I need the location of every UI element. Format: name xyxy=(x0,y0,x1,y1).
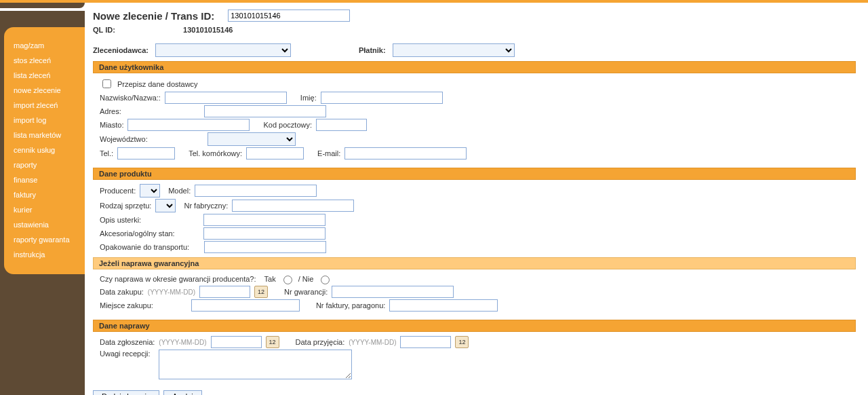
surname-label: Nazwisko/Nazwa:: xyxy=(100,94,161,102)
section-header-warranty: Jeżeli naprawa gwarancyjna xyxy=(93,257,856,269)
qlid-label: QL ID: xyxy=(93,26,181,34)
sidebar-item-stos-zlecen[interactable]: stos zleceń xyxy=(4,53,85,68)
warranty-no-input[interactable] xyxy=(332,286,454,298)
city-input[interactable] xyxy=(127,119,250,131)
hw-type-label: Rodzaj sprzętu: xyxy=(100,202,151,210)
fault-input[interactable] xyxy=(203,214,326,226)
sidebar-item-cennik-uslug[interactable]: cennik usług xyxy=(4,143,85,157)
sidebar-item-faktury[interactable]: faktury xyxy=(4,187,85,202)
warranty-form-area: Czy naprawa w okresie gwarancji producen… xyxy=(93,269,856,316)
title-row: Nowe zlecenie / Trans ID: xyxy=(93,10,856,22)
sidebar-item-import-log[interactable]: import log xyxy=(4,113,85,128)
report-date-label: Data zgłoszenia: xyxy=(100,338,155,346)
sidebar-item-lista-zlecen[interactable]: lista zleceń xyxy=(4,68,85,83)
sidebar-panel: mag/zam stos zleceń lista zleceń nowe zl… xyxy=(4,27,85,274)
tel-label: Tel.: xyxy=(100,149,113,157)
sidebar: mag/zam stos zleceń lista zleceń nowe zl… xyxy=(0,3,85,395)
mobile-input[interactable] xyxy=(246,147,304,159)
purchase-date-label: Data zakupu: xyxy=(100,288,144,296)
calendar-icon[interactable]: 12 xyxy=(455,336,469,348)
mobile-label: Tel. komórkowy: xyxy=(189,149,242,157)
warranty-yes-label: Tak xyxy=(264,275,276,283)
email-input[interactable] xyxy=(344,147,467,159)
warranty-no-label: / Nie xyxy=(298,275,314,283)
report-date-hint: (YYYY-MM-DD) xyxy=(159,339,206,346)
warranty-no-field-label: Nr gwarancji: xyxy=(284,288,328,296)
serial-input[interactable] xyxy=(232,200,354,212)
sidebar-item-magzam[interactable]: mag/zam xyxy=(4,38,85,53)
hw-type-select[interactable] xyxy=(155,199,176,212)
voiv-select[interactable] xyxy=(208,132,296,146)
page-title: Nowe zlecenie / Trans ID: xyxy=(93,10,214,22)
address-label: Adres: xyxy=(100,107,121,115)
qlid-row: QL ID: 130101015146 xyxy=(93,26,856,34)
user-form-area: Przepisz dane dostawcy Nazwisko/Nazwa:: … xyxy=(93,73,856,164)
sidebar-item-lista-marketow[interactable]: lista marketów xyxy=(4,128,85,143)
platnik-select[interactable] xyxy=(393,43,515,57)
address-input[interactable] xyxy=(204,105,326,117)
calendar-icon[interactable]: 12 xyxy=(266,336,279,348)
purchase-date-input[interactable] xyxy=(199,286,250,298)
copy-supplier-label: Przepisz dane dostawcy xyxy=(117,80,198,88)
warranty-no-radio[interactable] xyxy=(321,276,330,284)
purchase-place-label: Miejsce zakupu: xyxy=(100,301,153,309)
zip-input[interactable] xyxy=(316,119,367,131)
name-input[interactable] xyxy=(321,92,443,104)
surname-input[interactable] xyxy=(165,92,287,104)
purchase-place-input[interactable] xyxy=(191,299,300,312)
city-label: Miasto: xyxy=(100,121,123,129)
producer-label: Producent: xyxy=(100,187,136,195)
main-content: Nowe zlecenie / Trans ID: QL ID: 1301010… xyxy=(85,3,868,395)
sidebar-item-import-zlecen[interactable]: import zleceń xyxy=(4,98,85,113)
calendar-icon[interactable]: 12 xyxy=(254,286,268,298)
invoice-no-label: Nr faktury, paragonu: xyxy=(316,301,386,309)
section-header-user: Dane użytkownika xyxy=(93,61,856,73)
tel-input[interactable] xyxy=(117,147,175,159)
sidebar-item-raporty[interactable]: raporty xyxy=(4,157,85,172)
sidebar-item-instrukcja[interactable]: instrukcja xyxy=(4,247,85,262)
accept-date-hint: (YYYY-MM-DD) xyxy=(349,339,396,346)
section-header-product: Dane produktu xyxy=(93,168,856,180)
sidebar-item-finanse[interactable]: finanse xyxy=(4,172,85,187)
accessories-input[interactable] xyxy=(203,227,326,240)
email-label: E-mail: xyxy=(317,149,340,157)
sidebar-item-ustawienia[interactable]: ustawienia xyxy=(4,217,85,232)
sidebar-item-raporty-gwaranta[interactable]: raporty gwaranta xyxy=(4,232,85,247)
party-row: Zleceniodawca: Płatnik: xyxy=(93,43,856,57)
qlid-value: 130101015146 xyxy=(183,26,271,34)
zleceniodawca-label: Zleceniodawca: xyxy=(93,46,149,54)
product-form-area: Producent: Model: Rodzaj sprzętu: Nr fab… xyxy=(93,180,856,257)
zleceniodawca-select[interactable] xyxy=(155,43,291,57)
purchase-date-hint: (YYYY-MM-DD) xyxy=(148,288,195,296)
copy-supplier-checkbox[interactable] xyxy=(102,79,111,88)
reception-notes-textarea[interactable] xyxy=(159,350,352,379)
model-label: Model: xyxy=(168,187,191,195)
accessories-label: Akcesoria/ogólny stan: xyxy=(100,229,175,238)
sidebar-item-nowe-zlecenie[interactable]: nowe zlecenie xyxy=(4,83,85,98)
submit-button[interactable]: Dodaj zlecenie xyxy=(93,390,159,395)
warranty-question-label: Czy naprawa w okresie gwarancji producen… xyxy=(100,275,256,283)
zip-label: Kod pocztowy: xyxy=(263,121,312,129)
repair-form-area: Data zgłoszenia: (YYYY-MM-DD) 12 Data pr… xyxy=(93,332,856,383)
packaging-input[interactable] xyxy=(204,241,326,253)
serial-label: Nr fabryczny: xyxy=(184,202,228,210)
voiv-label: Województwo: xyxy=(100,135,148,143)
packaging-label: Opakowanie do transportu: xyxy=(100,243,189,251)
producer-select[interactable] xyxy=(140,184,160,198)
reception-notes-label: Uwagi recepcji: xyxy=(100,350,151,358)
cancel-button[interactable]: Anuluj xyxy=(163,390,202,395)
invoice-no-input[interactable] xyxy=(389,299,498,312)
accept-date-label: Data przyjęcia: xyxy=(296,338,345,346)
model-input[interactable] xyxy=(195,185,317,197)
fault-label: Opis usterki: xyxy=(100,216,141,224)
name-label: Imię: xyxy=(300,94,317,102)
accept-date-input[interactable] xyxy=(400,336,451,348)
sidebar-item-kurier[interactable]: kurier xyxy=(4,202,85,217)
warranty-yes-radio[interactable] xyxy=(283,276,292,284)
trans-id-input[interactable] xyxy=(228,10,350,22)
report-date-input[interactable] xyxy=(211,336,262,348)
platnik-label: Płatnik: xyxy=(359,46,386,54)
section-header-repair: Dane naprawy xyxy=(93,320,856,332)
